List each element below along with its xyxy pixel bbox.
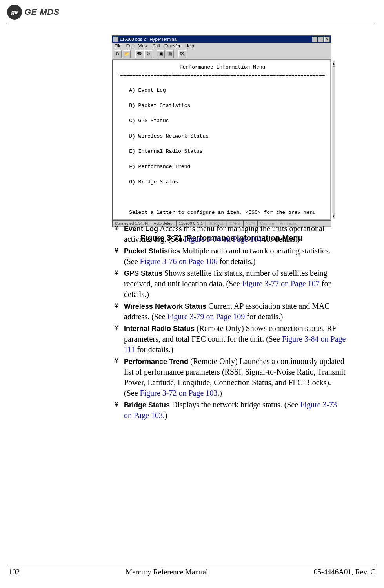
app-icon (113, 37, 118, 42)
header-rule (7, 24, 375, 24)
menu-file[interactable]: File (115, 43, 122, 48)
item-text: Displays the network bridge status. (See (170, 400, 300, 409)
terminal-text: Performance Information Menu-===========… (113, 60, 332, 219)
tool-open-icon[interactable]: 📂 (123, 50, 131, 58)
terminal-viewport: Performance Information Menu-===========… (112, 60, 331, 220)
list-item: ¥Wireless Network Status Current AP asso… (115, 301, 346, 322)
bullet-mark: ¥ (115, 223, 121, 244)
list-item: ¥Internal Radio Status (Remote Only) Sho… (115, 323, 346, 355)
bullet-list: ¥Event Log Access this menu for managing… (115, 223, 346, 422)
bullet-mark: ¥ (115, 400, 121, 421)
bullet-mark: ¥ (115, 356, 121, 398)
menubar: File Edit View Call Transfer Help (112, 43, 331, 49)
brand-text: GE MDS (24, 7, 60, 17)
list-item: ¥Performance Trend (Remote Only) Launche… (115, 356, 346, 398)
menu-help[interactable]: Help (185, 43, 194, 48)
menu-option-a: A) Event Log (129, 87, 166, 93)
scrollbar-vertical[interactable]: ▴ ▾ (332, 60, 335, 219)
item-text-after: for details.) (262, 235, 300, 243)
item-text-after: .) (217, 389, 222, 397)
item-body: Packet Statistics Multiple radio and net… (124, 246, 346, 267)
cross-reference-link[interactable]: Figure 3-77 on Page 107 (242, 279, 320, 288)
cross-reference-link[interactable]: Figure 3-79 on Page 109 (167, 312, 245, 321)
menu-option-g: G) Bridge Status (129, 179, 178, 185)
item-qualifier: (Remote Only) (195, 324, 244, 333)
list-item: ¥Event Log Access this menu for managing… (115, 223, 346, 244)
bullet-mark: ¥ (115, 301, 121, 322)
menu-transfer[interactable]: Transfer (164, 43, 180, 48)
hyperterminal-window: 115200 bps 2 - HyperTerminal _ □ × File … (112, 35, 331, 227)
tool-props-icon[interactable]: ⌧ (178, 50, 186, 58)
item-term: Wireless Network Status (124, 302, 206, 310)
bullet-mark: ¥ (115, 268, 121, 300)
tool-connect-icon[interactable]: ☎ (135, 50, 143, 58)
tool-send-icon[interactable]: ▣ (157, 50, 165, 58)
brand-header: ge GE MDS (7, 5, 60, 20)
item-text-after: for details.) (135, 345, 173, 354)
item-qualifier: (Remote Only) (188, 357, 238, 365)
item-text-after: .) (163, 411, 167, 420)
tool-new-icon[interactable]: 🗋 (114, 50, 122, 58)
menu-option-e: E) Internal Radio Status (129, 148, 202, 154)
tool-disconnect-icon[interactable]: ✆ (144, 50, 152, 58)
item-term: Internal Radio Status (124, 325, 195, 333)
list-item: ¥Bridge Status Displays the network brid… (115, 400, 346, 421)
list-item: ¥GPS Status Shows satellite fix status, … (115, 268, 346, 300)
scroll-up-icon[interactable]: ▴ (332, 60, 335, 67)
screen-title: Performance Information Menu (117, 63, 328, 71)
close-icon[interactable]: × (324, 37, 330, 42)
tool-receive-icon[interactable]: ▤ (166, 50, 174, 58)
item-text-after: for details.) (245, 312, 283, 321)
item-body: GPS Status Shows satellite fix status, n… (124, 268, 346, 300)
bullet-mark: ¥ (115, 323, 121, 355)
figure-block: 115200 bps 2 - HyperTerminal _ □ × File … (112, 35, 331, 242)
bullet-mark: ¥ (115, 246, 121, 267)
item-text-after: for details.) (217, 257, 255, 266)
cross-reference-link[interactable]: Figure 3-76 on Page 106 (140, 257, 218, 266)
footer-page: 102 (9, 568, 20, 576)
footer-right: 05-4446A01, Rev. C (314, 568, 375, 576)
footer-center: Mercury Reference Manual (126, 568, 208, 576)
toolbar: 🗋 📂 ☎ ✆ ▣ ▤ ⌧ (112, 49, 331, 60)
item-term: GPS Status (124, 270, 162, 277)
item-term: Packet Statistics (124, 247, 180, 255)
item-term: Event Log (124, 225, 158, 233)
window-buttons: _ □ × (312, 37, 330, 42)
maximize-icon[interactable]: □ (318, 37, 324, 42)
scroll-down-icon[interactable]: ▾ (332, 213, 335, 219)
menu-edit[interactable]: Edit (126, 43, 134, 48)
menu-option-f: F) Performance Trend (129, 164, 190, 170)
item-body: Internal Radio Status (Remote Only) Show… (124, 323, 346, 355)
menu-option-b: B) Packet Statistics (129, 103, 190, 109)
item-term: Performance Trend (124, 358, 188, 365)
page-footer: 102 Mercury Reference Manual 05-4446A01,… (9, 565, 375, 576)
menu-option-c: C) GPS Status (129, 118, 169, 124)
screen-prompt: Select a letter to configure an item, <E… (117, 209, 328, 217)
list-item: ¥Packet Statistics Multiple radio and ne… (115, 246, 346, 267)
minimize-icon[interactable]: _ (312, 37, 317, 42)
menu-call[interactable]: Call (152, 43, 160, 48)
item-term: Bridge Status (124, 401, 170, 409)
item-body: Wireless Network Status Current AP assoc… (124, 301, 346, 322)
item-body: Event Log Access this menu for managing … (124, 223, 346, 244)
ge-logo-icon: ge (7, 5, 22, 20)
menu-view[interactable]: View (138, 43, 148, 48)
window-titlebar: 115200 bps 2 - HyperTerminal _ □ × (112, 36, 331, 43)
screen-divider: -=======================================… (117, 72, 328, 78)
item-body: Performance Trend (Remote Only) Launches… (124, 356, 346, 398)
window-title: 115200 bps 2 - HyperTerminal (120, 37, 177, 42)
cross-reference-link[interactable]: Figure 3-72 on Page 103 (140, 389, 218, 397)
menu-option-d: D) Wireless Network Status (129, 133, 209, 139)
cross-reference-link[interactable]: Figure 3-74 on Page 104 (184, 235, 262, 243)
item-body: Bridge Status Displays the network bridg… (124, 400, 346, 421)
